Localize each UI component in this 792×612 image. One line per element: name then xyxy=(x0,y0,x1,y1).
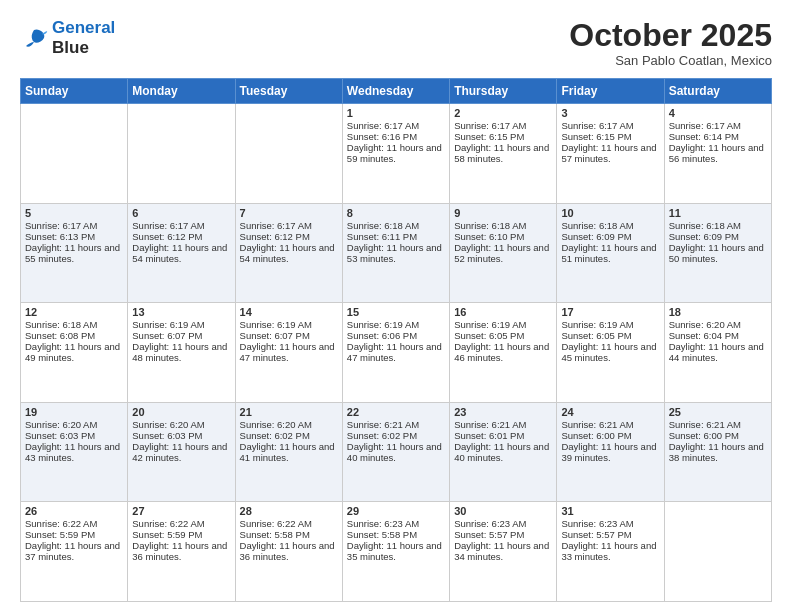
table-row: 14Sunrise: 6:19 AMSunset: 6:07 PMDayligh… xyxy=(235,303,342,403)
sunrise-text: Sunrise: 6:17 AM xyxy=(347,120,419,131)
table-row: 18Sunrise: 6:20 AMSunset: 6:04 PMDayligh… xyxy=(664,303,771,403)
table-row: 21Sunrise: 6:20 AMSunset: 6:02 PMDayligh… xyxy=(235,402,342,502)
daylight-text: Daylight: 11 hours and 44 minutes. xyxy=(669,341,764,363)
table-row xyxy=(21,104,128,204)
daylight-text: Daylight: 11 hours and 54 minutes. xyxy=(132,242,227,264)
day-number: 18 xyxy=(669,306,767,318)
sunset-text: Sunset: 6:02 PM xyxy=(347,430,417,441)
calendar-table: Sunday Monday Tuesday Wednesday Thursday… xyxy=(20,78,772,602)
calendar-page: General Blue October 2025 San Pablo Coat… xyxy=(0,0,792,612)
sunset-text: Sunset: 6:00 PM xyxy=(561,430,631,441)
day-number: 1 xyxy=(347,107,445,119)
sunset-text: Sunset: 6:06 PM xyxy=(347,330,417,341)
day-number: 21 xyxy=(240,406,338,418)
daylight-text: Daylight: 11 hours and 33 minutes. xyxy=(561,540,656,562)
sunrise-text: Sunrise: 6:17 AM xyxy=(240,220,312,231)
day-number: 26 xyxy=(25,505,123,517)
sunset-text: Sunset: 6:09 PM xyxy=(561,231,631,242)
daylight-text: Daylight: 11 hours and 34 minutes. xyxy=(454,540,549,562)
day-number: 23 xyxy=(454,406,552,418)
daylight-text: Daylight: 11 hours and 43 minutes. xyxy=(25,441,120,463)
table-row: 6Sunrise: 6:17 AMSunset: 6:12 PMDaylight… xyxy=(128,203,235,303)
day-number: 24 xyxy=(561,406,659,418)
sunrise-text: Sunrise: 6:19 AM xyxy=(240,319,312,330)
sunrise-text: Sunrise: 6:21 AM xyxy=(669,419,741,430)
table-row: 26Sunrise: 6:22 AMSunset: 5:59 PMDayligh… xyxy=(21,502,128,602)
table-row: 13Sunrise: 6:19 AMSunset: 6:07 PMDayligh… xyxy=(128,303,235,403)
sunset-text: Sunset: 6:15 PM xyxy=(561,131,631,142)
sunrise-text: Sunrise: 6:19 AM xyxy=(561,319,633,330)
table-row: 30Sunrise: 6:23 AMSunset: 5:57 PMDayligh… xyxy=(450,502,557,602)
sunset-text: Sunset: 6:07 PM xyxy=(240,330,310,341)
table-row: 22Sunrise: 6:21 AMSunset: 6:02 PMDayligh… xyxy=(342,402,449,502)
day-number: 3 xyxy=(561,107,659,119)
daylight-text: Daylight: 11 hours and 55 minutes. xyxy=(25,242,120,264)
sunset-text: Sunset: 6:13 PM xyxy=(25,231,95,242)
sunrise-text: Sunrise: 6:21 AM xyxy=(347,419,419,430)
daylight-text: Daylight: 11 hours and 36 minutes. xyxy=(240,540,335,562)
daylight-text: Daylight: 11 hours and 39 minutes. xyxy=(561,441,656,463)
sunrise-text: Sunrise: 6:18 AM xyxy=(669,220,741,231)
month-title: October 2025 xyxy=(569,18,772,53)
table-row xyxy=(235,104,342,204)
calendar-week-row: 5Sunrise: 6:17 AMSunset: 6:13 PMDaylight… xyxy=(21,203,772,303)
daylight-text: Daylight: 11 hours and 35 minutes. xyxy=(347,540,442,562)
table-row: 27Sunrise: 6:22 AMSunset: 5:59 PMDayligh… xyxy=(128,502,235,602)
daylight-text: Daylight: 11 hours and 47 minutes. xyxy=(240,341,335,363)
daylight-text: Daylight: 11 hours and 52 minutes. xyxy=(454,242,549,264)
col-tuesday: Tuesday xyxy=(235,79,342,104)
sunset-text: Sunset: 6:07 PM xyxy=(132,330,202,341)
sunset-text: Sunset: 6:11 PM xyxy=(347,231,417,242)
daylight-text: Daylight: 11 hours and 40 minutes. xyxy=(454,441,549,463)
table-row xyxy=(128,104,235,204)
sunset-text: Sunset: 6:05 PM xyxy=(561,330,631,341)
day-number: 28 xyxy=(240,505,338,517)
daylight-text: Daylight: 11 hours and 57 minutes. xyxy=(561,142,656,164)
sunrise-text: Sunrise: 6:18 AM xyxy=(347,220,419,231)
sunrise-text: Sunrise: 6:18 AM xyxy=(561,220,633,231)
table-row: 10Sunrise: 6:18 AMSunset: 6:09 PMDayligh… xyxy=(557,203,664,303)
sunset-text: Sunset: 5:57 PM xyxy=(561,529,631,540)
sunset-text: Sunset: 6:15 PM xyxy=(454,131,524,142)
table-row: 2Sunrise: 6:17 AMSunset: 6:15 PMDaylight… xyxy=(450,104,557,204)
day-number: 12 xyxy=(25,306,123,318)
sunset-text: Sunset: 5:57 PM xyxy=(454,529,524,540)
sunset-text: Sunset: 6:03 PM xyxy=(25,430,95,441)
sunset-text: Sunset: 5:59 PM xyxy=(132,529,202,540)
sunset-text: Sunset: 6:05 PM xyxy=(454,330,524,341)
day-number: 9 xyxy=(454,207,552,219)
logo-icon xyxy=(20,26,48,50)
sunset-text: Sunset: 6:16 PM xyxy=(347,131,417,142)
daylight-text: Daylight: 11 hours and 37 minutes. xyxy=(25,540,120,562)
table-row: 15Sunrise: 6:19 AMSunset: 6:06 PMDayligh… xyxy=(342,303,449,403)
table-row: 25Sunrise: 6:21 AMSunset: 6:00 PMDayligh… xyxy=(664,402,771,502)
sunrise-text: Sunrise: 6:19 AM xyxy=(347,319,419,330)
table-row: 31Sunrise: 6:23 AMSunset: 5:57 PMDayligh… xyxy=(557,502,664,602)
sunrise-text: Sunrise: 6:23 AM xyxy=(561,518,633,529)
sunset-text: Sunset: 5:59 PM xyxy=(25,529,95,540)
table-row xyxy=(664,502,771,602)
day-number: 27 xyxy=(132,505,230,517)
sunset-text: Sunset: 5:58 PM xyxy=(240,529,310,540)
calendar-week-row: 19Sunrise: 6:20 AMSunset: 6:03 PMDayligh… xyxy=(21,402,772,502)
day-number: 31 xyxy=(561,505,659,517)
table-row: 19Sunrise: 6:20 AMSunset: 6:03 PMDayligh… xyxy=(21,402,128,502)
col-wednesday: Wednesday xyxy=(342,79,449,104)
calendar-week-row: 26Sunrise: 6:22 AMSunset: 5:59 PMDayligh… xyxy=(21,502,772,602)
sunrise-text: Sunrise: 6:22 AM xyxy=(240,518,312,529)
daylight-text: Daylight: 11 hours and 46 minutes. xyxy=(454,341,549,363)
location: San Pablo Coatlan, Mexico xyxy=(569,53,772,68)
sunset-text: Sunset: 6:00 PM xyxy=(669,430,739,441)
col-monday: Monday xyxy=(128,79,235,104)
daylight-text: Daylight: 11 hours and 42 minutes. xyxy=(132,441,227,463)
day-number: 16 xyxy=(454,306,552,318)
table-row: 29Sunrise: 6:23 AMSunset: 5:58 PMDayligh… xyxy=(342,502,449,602)
daylight-text: Daylight: 11 hours and 40 minutes. xyxy=(347,441,442,463)
day-number: 2 xyxy=(454,107,552,119)
table-row: 17Sunrise: 6:19 AMSunset: 6:05 PMDayligh… xyxy=(557,303,664,403)
day-number: 5 xyxy=(25,207,123,219)
day-number: 30 xyxy=(454,505,552,517)
col-thursday: Thursday xyxy=(450,79,557,104)
sunset-text: Sunset: 6:14 PM xyxy=(669,131,739,142)
table-row: 28Sunrise: 6:22 AMSunset: 5:58 PMDayligh… xyxy=(235,502,342,602)
